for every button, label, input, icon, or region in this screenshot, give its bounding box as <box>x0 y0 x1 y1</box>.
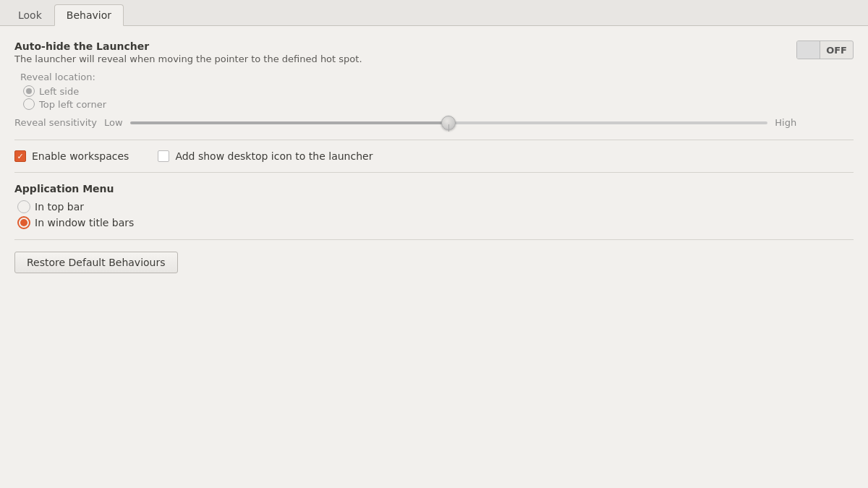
radio-in-window-title[interactable]: In window title bars <box>17 216 854 229</box>
reveal-location-label: Reveal location: <box>20 72 796 82</box>
radio-left-side-circle <box>23 85 35 97</box>
tab-bar: Look Behavior <box>0 0 868 26</box>
radio-left-side-label: Left side <box>39 86 79 97</box>
middle-section: Enable workspaces Add show desktop icon … <box>14 140 854 173</box>
sensitivity-label: Reveal sensitivity <box>14 117 97 128</box>
radio-top-left-corner-circle <box>23 98 35 110</box>
desktop-icon-item[interactable]: Add show desktop icon to the launcher <box>158 150 373 162</box>
application-menu-radios: In top bar In window title bars <box>17 200 854 229</box>
radio-left-side[interactable]: Left side <box>23 85 796 97</box>
radio-in-top-bar[interactable]: In top bar <box>17 200 854 213</box>
tab-behavior[interactable]: Behavior <box>54 4 124 26</box>
autohide-header: Auto-hide the Launcher The launcher will… <box>14 40 854 128</box>
toggle-track <box>797 41 820 59</box>
autohide-title-block: Auto-hide the Launcher The launcher will… <box>14 40 796 128</box>
sensitivity-low: Low <box>104 117 123 128</box>
enable-workspaces-checkbox[interactable] <box>14 150 26 162</box>
sensitivity-slider[interactable] <box>130 121 768 124</box>
radio-in-window-title-circle <box>17 216 30 229</box>
radio-top-left-corner-label: Top left corner <box>39 99 106 110</box>
autohide-title: Auto-hide the Launcher <box>14 40 796 52</box>
restore-section: Restore Default Behaviours <box>14 240 854 285</box>
application-menu-title: Application Menu <box>14 183 854 194</box>
sensitivity-line <box>448 124 449 132</box>
reveal-radio-group: Left side Top left corner <box>23 85 796 110</box>
radio-in-top-bar-circle <box>17 200 30 213</box>
autohide-section: Auto-hide the Launcher The launcher will… <box>14 40 854 140</box>
autohide-toggle[interactable]: OFF <box>796 40 854 59</box>
desktop-icon-label: Add show desktop icon to the launcher <box>175 150 373 162</box>
settings-window: Look Behavior Auto-hide the Launcher The… <box>0 0 868 488</box>
restore-defaults-button[interactable]: Restore Default Behaviours <box>14 252 178 273</box>
autohide-description: The launcher will reveal when moving the… <box>14 53 796 64</box>
toggle-label: OFF <box>820 45 853 56</box>
desktop-icon-checkbox[interactable] <box>158 150 169 162</box>
radio-top-left-corner[interactable]: Top left corner <box>23 98 796 110</box>
sensitivity-high: High <box>775 117 796 128</box>
application-menu-section: Application Menu In top bar In window ti… <box>14 173 854 240</box>
radio-in-top-bar-label: In top bar <box>35 201 84 213</box>
enable-workspaces-item[interactable]: Enable workspaces <box>14 150 129 162</box>
tab-look[interactable]: Look <box>6 4 54 26</box>
radio-in-window-title-label: In window title bars <box>35 217 134 228</box>
behavior-content: Auto-hide the Launcher The launcher will… <box>0 26 868 488</box>
enable-workspaces-label: Enable workspaces <box>32 150 129 162</box>
reveal-location-group: Reveal location: Left side Top left corn… <box>20 72 796 110</box>
sensitivity-row: Reveal sensitivity Low High <box>14 117 796 128</box>
